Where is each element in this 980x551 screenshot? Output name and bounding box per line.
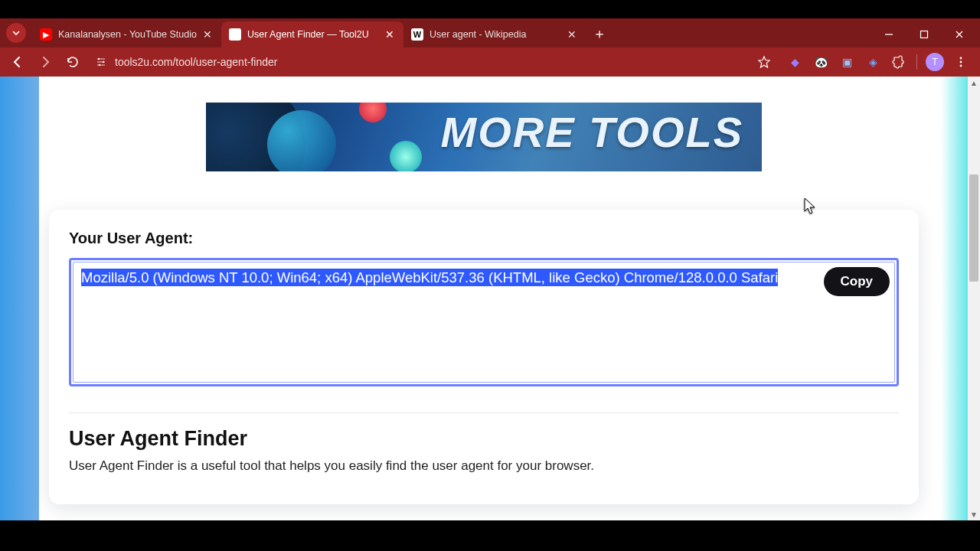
- bookmark-button[interactable]: [757, 55, 771, 69]
- url-text: tools2u.com/tool/user-agent-finder: [115, 56, 277, 68]
- menu-button[interactable]: [949, 51, 972, 73]
- extension-3-icon[interactable]: ▣: [835, 51, 858, 73]
- tab-strip: ▶ Kanalanalysen - YouTube Studio ✕ User …: [0, 18, 980, 47]
- svg-point-2: [103, 61, 104, 63]
- toolbar: tools2u.com/tool/user-agent-finder ◆ 🐼 ▣…: [0, 47, 980, 77]
- tab-user-agent-finder[interactable]: User Agent Finder — Tool2U ✕: [221, 21, 403, 47]
- ua-label: Your User Agent:: [69, 230, 899, 247]
- close-icon: [955, 30, 964, 39]
- ua-output-wrapper: Mozilla/5.0 (Windows NT 10.0; Win64; x64…: [69, 258, 899, 386]
- extensions-area: ◆ 🐼 ▣ ◈ T: [780, 51, 975, 73]
- site-info-icon[interactable]: [95, 56, 107, 68]
- minimize-button[interactable]: [871, 21, 906, 47]
- more-tools-banner[interactable]: MORE TOOLS: [206, 103, 762, 171]
- forward-button[interactable]: [32, 50, 58, 74]
- section-heading: User Agent Finder: [69, 427, 899, 451]
- decoration: [390, 141, 422, 171]
- puzzle-icon: [892, 55, 906, 69]
- banner-title: MORE TOOLS: [441, 107, 743, 157]
- copy-button[interactable]: Copy: [824, 267, 890, 296]
- tab-title: User Agent Finder — Tool2U: [247, 29, 379, 40]
- svg-rect-0: [921, 31, 928, 38]
- letterbox-top: [0, 0, 980, 18]
- svg-point-1: [98, 58, 100, 60]
- scroll-up-icon[interactable]: ▲: [968, 77, 980, 89]
- address-bar[interactable]: tools2u.com/tool/user-agent-finder: [87, 51, 779, 73]
- divider: [69, 412, 899, 413]
- vertical-scrollbar[interactable]: ▲ ▼: [968, 77, 980, 520]
- profile-button[interactable]: T: [923, 51, 946, 73]
- scroll-down-icon[interactable]: ▼: [968, 508, 980, 520]
- letterbox-bottom: [0, 520, 980, 551]
- page-viewport: MORE TOOLS Your User Agent: Mozilla/5.0 …: [0, 77, 980, 520]
- svg-point-6: [960, 65, 962, 67]
- page-content: MORE TOOLS Your User Agent: Mozilla/5.0 …: [0, 77, 968, 520]
- svg-point-5: [960, 61, 962, 64]
- arrow-right-icon: [38, 55, 52, 69]
- ua-output[interactable]: Mozilla/5.0 (Windows NT 10.0; Win64; x64…: [73, 262, 895, 383]
- close-icon[interactable]: ✕: [201, 28, 214, 41]
- ua-text-selected: Mozilla/5.0 (Windows NT 10.0; Win64; x64…: [81, 269, 778, 286]
- tab-wikipedia[interactable]: W User agent - Wikipedia ✕: [403, 21, 586, 47]
- svg-point-4: [960, 57, 962, 60]
- window-controls: [871, 21, 980, 47]
- close-window-button[interactable]: [942, 21, 977, 47]
- avatar-icon: T: [926, 53, 944, 71]
- reload-icon: [66, 55, 80, 69]
- svg-point-3: [99, 64, 100, 66]
- decoration: [359, 103, 387, 122]
- browser-chrome: ▶ Kanalanalysen - YouTube Studio ✕ User …: [0, 18, 980, 77]
- section-description: User Agent Finder is a useful tool that …: [69, 458, 899, 474]
- page-icon: [229, 28, 241, 41]
- chevron-down-icon: [11, 28, 21, 37]
- extensions-button[interactable]: [887, 51, 910, 73]
- close-icon[interactable]: ✕: [566, 28, 578, 41]
- youtube-icon: ▶: [40, 28, 52, 41]
- search-tabs-button[interactable]: [6, 23, 26, 43]
- back-button[interactable]: [5, 50, 31, 74]
- scrollbar-thumb[interactable]: [969, 174, 978, 282]
- wikipedia-icon: W: [411, 28, 423, 41]
- arrow-left-icon: [11, 55, 24, 69]
- kebab-icon: [955, 56, 967, 68]
- star-icon: [757, 55, 771, 69]
- extension-2-icon[interactable]: 🐼: [809, 51, 832, 73]
- user-agent-card: Your User Agent: Mozilla/5.0 (Windows NT…: [49, 210, 919, 504]
- separator: [916, 54, 917, 70]
- extension-4-icon[interactable]: ◈: [861, 51, 884, 73]
- close-icon[interactable]: ✕: [384, 28, 396, 41]
- extension-discord-icon[interactable]: ◆: [783, 51, 806, 73]
- tab-youtube-studio[interactable]: ▶ Kanalanalysen - YouTube Studio ✕: [32, 21, 221, 47]
- tab-title: Kanalanalysen - YouTube Studio: [58, 29, 197, 40]
- tab-title: User agent - Wikipedia: [430, 29, 561, 40]
- reload-button[interactable]: [60, 50, 86, 74]
- new-tab-button[interactable]: ＋: [589, 23, 610, 44]
- maximize-icon: [920, 30, 929, 39]
- maximize-button[interactable]: [906, 21, 942, 47]
- minimize-icon: [884, 30, 893, 39]
